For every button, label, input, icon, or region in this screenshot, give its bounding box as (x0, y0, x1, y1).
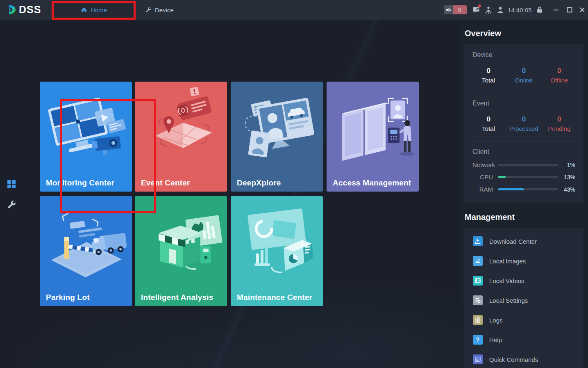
right-panel: Overview Device 0 Total 0 Online 0 Offli… (460, 20, 588, 368)
tile-parking-lot[interactable]: Parking Lot (40, 196, 132, 306)
tile-label: Parking Lot (46, 293, 90, 302)
management-item-local-images[interactable]: Local Images (464, 251, 583, 271)
event-stats: 0 Total 0 Processed 0 Pending (464, 107, 583, 136)
dss-home-screen: DSS Home Device 0 (0, 0, 588, 368)
tile-deepxplore[interactable]: DeepXplore (231, 82, 323, 192)
code-icon (473, 354, 483, 364)
ram-label: RAM (472, 186, 498, 193)
image-icon (473, 256, 483, 266)
topbar-divider (212, 5, 212, 15)
log-clipboard-icon (473, 315, 483, 325)
tile-label: DeepXplore (237, 178, 281, 187)
event-total-value: 0 (471, 115, 506, 123)
tile-maintenance-center[interactable]: Maintenance Center (231, 196, 323, 306)
management-item-label: Quick Commands (489, 356, 538, 363)
cpu-meter: CPU 13% (472, 174, 575, 181)
cpu-label: CPU (472, 174, 498, 181)
management-item-label: Download Center (489, 238, 537, 245)
device-online-stat[interactable]: 0 Online (506, 67, 541, 84)
client-section-title: Client (464, 148, 583, 155)
management-card: Download Center Local Images Local Video… (464, 228, 583, 368)
event-pending-value: 0 (542, 115, 577, 123)
event-processed-value: 0 (506, 115, 541, 123)
home-tile-area: Monitoring Center (23, 20, 460, 368)
wrench-icon (145, 7, 152, 13)
parking-lot-illustration (40, 198, 132, 284)
device-section-title: Device (464, 51, 583, 59)
event-pending-label: Pending (542, 125, 577, 132)
ram-meter-track (498, 188, 558, 190)
event-pending-stat[interactable]: 0 Pending (542, 115, 577, 132)
cpu-value: 13% (558, 174, 575, 181)
intelligent-analysis-illustration (135, 198, 227, 284)
tile-label: Event Center (141, 178, 190, 187)
device-offline-value: 0 (542, 67, 577, 75)
home-icon (81, 7, 87, 13)
download-icon (473, 236, 483, 246)
device-offline-label: Offline (542, 77, 577, 84)
site-tree-icon[interactable] (484, 6, 493, 14)
device-online-value: 0 (506, 67, 541, 75)
event-total-label: Total (471, 125, 506, 132)
alarm-speaker-icon (444, 5, 453, 14)
management-item-label: Local Images (489, 258, 526, 265)
deepxplore-illustration (231, 83, 323, 169)
management-item-quick-commands[interactable]: Quick Commands (464, 350, 583, 368)
tile-label: Maintenance Center (237, 293, 312, 302)
dss-logo-icon (6, 4, 17, 15)
tile-label: Intelligent Analysis (141, 293, 213, 302)
network-value: 1% (558, 162, 575, 168)
tile-intelligent-analysis[interactable]: Intelligent Analysis (135, 196, 227, 306)
tab-home[interactable]: Home (54, 0, 134, 20)
ram-value: 43% (558, 186, 575, 193)
network-label: Network (472, 161, 498, 168)
tab-home-label: Home (91, 7, 107, 14)
management-item-logs[interactable]: Logs (464, 310, 583, 330)
tools-wrench-icon[interactable] (7, 200, 16, 210)
alarm-counter[interactable]: 0 (444, 5, 467, 14)
device-total-stat: 0 Total (471, 67, 506, 84)
minimize-button[interactable] (553, 7, 559, 13)
device-total-label: Total (471, 77, 506, 84)
app-title: DSS (19, 4, 41, 16)
maintenance-center-illustration (231, 198, 323, 284)
overview-card: Device 0 Total 0 Online 0 Offline Event (464, 44, 583, 203)
client-meters: Network 1% CPU 13% RAM 43% (464, 155, 583, 200)
management-item-help[interactable]: Help (464, 330, 583, 350)
device-offline-stat[interactable]: 0 Offline (542, 67, 577, 84)
apps-grid-icon[interactable] (7, 179, 16, 189)
help-icon (473, 335, 483, 345)
cpu-meter-track (498, 176, 558, 178)
event-total-stat: 0 Total (471, 115, 506, 132)
device-stats: 0 Total 0 Online 0 Offline (464, 59, 583, 88)
notification-dot (478, 5, 481, 7)
event-processed-label: Processed (506, 125, 541, 132)
divider (472, 93, 575, 93)
management-item-local-settings[interactable]: Local Settings (464, 290, 583, 310)
overview-title: Overview (460, 20, 588, 44)
management-item-local-videos[interactable]: Local Videos (464, 271, 583, 290)
tile-access-management[interactable]: Access Management (327, 82, 419, 192)
user-icon[interactable] (496, 6, 504, 14)
alarm-count-badge: 0 (453, 5, 467, 14)
management-item-label: Logs (489, 317, 503, 324)
tile-event-center[interactable]: Event Center (135, 82, 227, 192)
tile-label: Access Management (333, 178, 411, 187)
device-total-value: 0 (471, 67, 506, 75)
title-bar: DSS Home Device 0 (0, 0, 588, 20)
management-item-download-center[interactable]: Download Center (464, 231, 583, 251)
clock: 14:40:05 (508, 7, 531, 14)
access-management-illustration (327, 83, 419, 169)
event-center-illustration (135, 83, 227, 169)
event-section-title: Event (464, 100, 583, 107)
lock-icon[interactable] (536, 6, 543, 14)
event-processed-stat[interactable]: 0 Processed (506, 115, 541, 132)
tile-monitoring-center[interactable]: Monitoring Center (40, 82, 132, 192)
maximize-button[interactable] (566, 7, 573, 13)
network-meter-track (498, 164, 558, 166)
tab-device[interactable]: Device (138, 0, 181, 20)
film-icon (473, 276, 483, 286)
close-button[interactable] (579, 7, 586, 13)
ram-meter: RAM 43% (472, 186, 575, 193)
tile-label: Monitoring Center (46, 178, 114, 187)
